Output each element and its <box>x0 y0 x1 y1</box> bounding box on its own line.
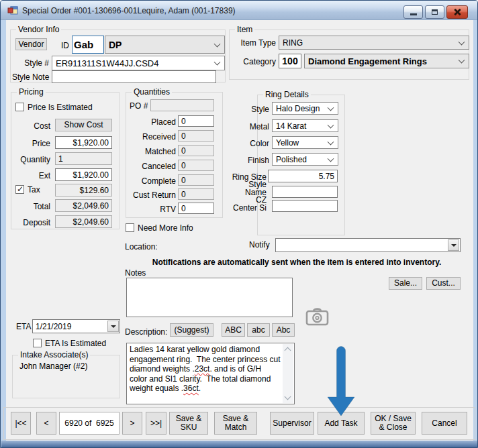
title-bar[interactable]: Special Order #001-130696-001Lequire, Ad… <box>1 1 478 20</box>
category-dropdown[interactable]: Diamond Engagement Rings <box>304 54 469 68</box>
triangle-down-icon <box>111 325 116 328</box>
vendor-id-label: ID <box>61 41 69 50</box>
nav-next-button[interactable]: > <box>122 412 142 435</box>
description-text[interactable]: Ladies 14 karat yellow gold diamond enga… <box>130 345 281 402</box>
location-label: Location: <box>125 242 158 251</box>
vendor-id-input[interactable]: Gab <box>72 36 104 54</box>
suggest-button[interactable]: (Suggest) <box>170 323 213 337</box>
matched-label: Matched <box>126 147 176 156</box>
deposit-field: $2,049.60 <box>55 215 112 228</box>
vendor-info-group-label: Vendor Info <box>16 25 61 34</box>
eta-date-dropdown[interactable]: 1/21/2019 <box>32 319 120 333</box>
po-number-input <box>150 99 214 111</box>
titlecase-button[interactable]: Abc <box>272 323 295 337</box>
tax-amount-field: $129.60 <box>55 184 112 197</box>
complete-field: 0 <box>178 174 214 186</box>
price-input[interactable]: $1,920.00 <box>55 136 112 149</box>
complete-label: Complete <box>126 176 176 186</box>
style-note-input[interactable] <box>52 70 216 83</box>
scroll-down-icon[interactable] <box>285 394 291 400</box>
style-name-label: Style Name <box>229 180 267 197</box>
close-button[interactable] <box>446 5 468 19</box>
notify-dropdown[interactable] <box>275 238 461 252</box>
cust-button[interactable]: Cust... <box>426 277 461 290</box>
quantity-label: Quantity <box>10 155 50 164</box>
sale-button[interactable]: Sale... <box>389 277 422 290</box>
tax-checkbox[interactable] <box>15 185 24 194</box>
ring-size-input[interactable]: 5.75 <box>268 170 338 182</box>
style-name-input[interactable] <box>272 186 338 198</box>
triangle-down-icon <box>451 244 457 247</box>
chevron-down-icon <box>328 104 334 111</box>
placed-input[interactable]: 0 <box>178 115 214 127</box>
dropdown-arrow-button[interactable] <box>107 321 119 332</box>
style-number-value: ER911311S1W44JJ.CSD4 <box>56 58 158 68</box>
minimize-icon <box>410 13 417 15</box>
save-and-match-button[interactable]: Save & Match <box>214 412 257 435</box>
minimize-button[interactable] <box>403 5 423 19</box>
ring-style-dropdown[interactable]: Halo Design <box>272 102 338 115</box>
price-estimated-checkbox[interactable] <box>15 103 24 111</box>
save-and-sku-button[interactable]: Save & SKU <box>169 412 208 435</box>
chevron-down-icon <box>459 38 465 45</box>
eta-estimated-checkbox[interactable] <box>33 339 42 347</box>
add-task-pointer-arrow <box>327 346 355 416</box>
price-label: Price <box>17 139 50 148</box>
category-code-input[interactable]: 100 <box>279 54 301 68</box>
eta-estimated-label: ETA Is Estimated <box>45 339 106 348</box>
scroll-up-icon[interactable] <box>285 347 291 354</box>
tax-label: Tax <box>28 185 40 194</box>
cancel-button[interactable]: Cancel <box>422 412 467 435</box>
eta-date-value: 1/21/2019 <box>36 322 71 331</box>
show-cost-button[interactable]: Show Cost <box>55 119 112 131</box>
deposit-label: Deposit <box>10 218 50 227</box>
vendor-name-value: DP <box>109 40 122 50</box>
rtv-label: RTV <box>126 205 176 214</box>
color-value: Yellow <box>276 138 299 148</box>
nav-prev-button[interactable]: < <box>36 412 56 435</box>
need-more-info-checkbox[interactable] <box>126 223 134 232</box>
color-dropdown[interactable]: Yellow <box>272 136 338 149</box>
item-type-dropdown[interactable]: RING <box>279 36 469 50</box>
description-scrollbar[interactable] <box>283 344 293 403</box>
app-window-icon <box>7 5 18 16</box>
lowercase-button[interactable]: abc <box>247 323 270 337</box>
finish-dropdown[interactable]: Polished <box>272 153 338 166</box>
po-number-label: PO # <box>130 101 148 111</box>
notes-textarea[interactable] <box>126 278 293 317</box>
pricing-group-label: Pricing <box>17 87 46 97</box>
matched-field: 0 <box>178 145 214 156</box>
cz-center-input[interactable] <box>272 200 338 212</box>
window-title: Special Order #001-130696-001Lequire, Ad… <box>22 6 236 15</box>
maximize-icon <box>432 9 438 15</box>
description-textarea[interactable]: Ladies 14 karat yellow gold diamond enga… <box>126 343 295 404</box>
intake-associate-name: John Manager (#2) <box>19 361 87 371</box>
dropdown-arrow-button[interactable] <box>448 239 459 251</box>
description-label: Description: <box>125 327 167 337</box>
cust-return-field: 0 <box>178 188 214 200</box>
received-field: 0 <box>178 130 214 142</box>
window-bottom-frame <box>1 441 478 447</box>
rtv-input[interactable]: 0 <box>178 203 214 214</box>
maximize-button[interactable] <box>425 5 444 19</box>
chevron-down-icon <box>328 138 334 145</box>
style-number-dropdown[interactable]: ER911311S1W44JJ.CSD4 <box>52 56 225 70</box>
cust-return-label: Cust Return <box>126 190 176 200</box>
vendor-button[interactable]: Vendor <box>15 38 47 50</box>
uppercase-button[interactable]: ABC <box>222 323 245 337</box>
special-order-dialog: Special Order #001-130696-001Lequire, Ad… <box>0 0 478 448</box>
ext-label: Ext <box>17 171 50 180</box>
canceled-field: 0 <box>178 160 214 171</box>
nav-last-button[interactable]: >>| <box>146 412 166 435</box>
supervisor-button[interactable]: Supervisor <box>270 412 314 435</box>
chevron-down-icon <box>459 57 465 64</box>
vendor-name-dropdown[interactable]: DP <box>105 36 225 54</box>
nav-first-button[interactable]: |<< <box>11 412 31 435</box>
ok-save-close-button[interactable]: OK / Save & Close <box>371 412 416 435</box>
price-estimated-label: Price Is Estimated <box>28 103 93 112</box>
camera-icon[interactable] <box>305 306 330 327</box>
metal-dropdown[interactable]: 14 Karat <box>272 119 338 132</box>
ring-style-value: Halo Design <box>276 104 320 113</box>
item-group-label: Item <box>235 25 254 34</box>
ext-input[interactable]: $1,920.00 <box>55 168 112 181</box>
